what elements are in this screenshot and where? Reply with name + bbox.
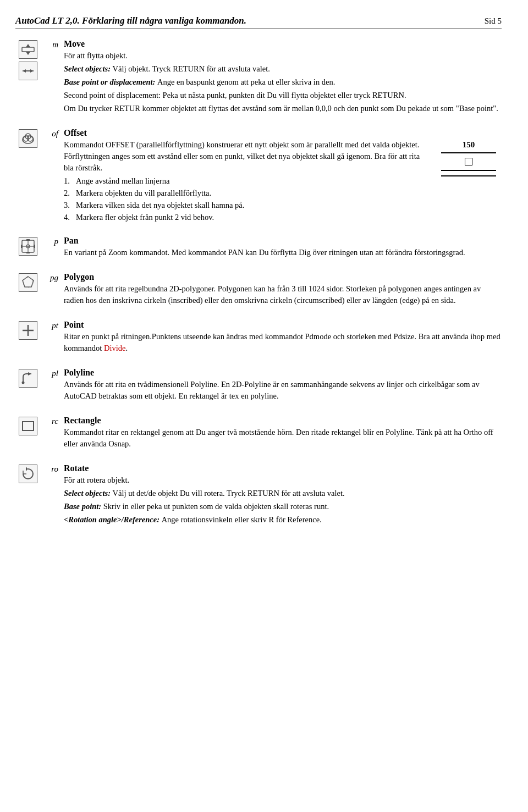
polygon-title: Polygon xyxy=(64,272,502,282)
offset-list-num-1: 1. xyxy=(64,175,74,187)
svg-marker-1 xyxy=(26,44,30,47)
move-p5: Om Du trycker RETUR kommer objektet att … xyxy=(64,103,502,114)
offset-content: Offset 150 Kommandot OFFSET (parallellfö… xyxy=(64,128,502,224)
rotate-p4: <Rotation angle>/Reference: Ange rotatio… xyxy=(64,514,502,526)
section-polygon: pg Polygon Används för att rita regelbun… xyxy=(15,272,502,308)
page-title-italic: AutoCad LT 2,0. Förklaring till några va… xyxy=(15,15,246,26)
polyline-icon-box xyxy=(15,369,41,389)
pan-body: En variant på Zoom kommandot. Med komman… xyxy=(64,247,502,258)
point-icon-box xyxy=(15,321,41,341)
rectangle-title: Rectangle xyxy=(64,416,502,426)
rotate-base-label: Base point: xyxy=(64,502,103,511)
rotate-body: För att rotera objekt. Select objects: V… xyxy=(64,474,502,526)
rotate-title: Rotate xyxy=(64,463,502,473)
offset-line3 xyxy=(441,175,496,176)
point-icon xyxy=(19,321,37,340)
rotate-p2: Select objects: Välj ut det/de objekt Du… xyxy=(64,488,502,499)
polyline-body: Används för att rita en tvådimensionell … xyxy=(64,379,502,402)
polyline-content: Polyline Används för att rita en tvådime… xyxy=(64,368,502,404)
offset-list-num-4: 4. xyxy=(64,212,74,223)
polygon-body: Används för att rita regelbundna 2D-poly… xyxy=(64,283,502,306)
offset-square xyxy=(465,158,472,165)
polyline-icon xyxy=(19,369,37,388)
svg-rect-16 xyxy=(21,245,23,248)
rotate-icon xyxy=(19,465,37,483)
section-rectangle: rc Rectangle Kommandot ritar en rektange… xyxy=(15,416,502,451)
svg-rect-14 xyxy=(26,239,30,241)
section-pan: p Pan En variant på Zoom kommandot. Med … xyxy=(15,236,502,260)
offset-list-num-2: 2. xyxy=(64,187,74,199)
rectangle-p1: Kommandot ritar en rektangel genom att D… xyxy=(64,427,502,450)
polygon-key: pg xyxy=(43,272,58,283)
page-title: AutoCad LT 2,0. Förklaring till några va… xyxy=(15,15,246,26)
rotate-content: Rotate För att rotera objekt. Select obj… xyxy=(64,463,502,527)
offset-icon xyxy=(19,129,37,148)
move-title: Move xyxy=(64,39,502,49)
page-header: AutoCad LT 2,0. Förklaring till några va… xyxy=(15,15,502,29)
section-polyline: pl Polyline Används för att rita en tvåd… xyxy=(15,368,502,404)
point-icon-svg xyxy=(20,323,36,338)
move-body: För att flytta objekt. Select objects: V… xyxy=(64,50,502,114)
offset-list-3: 3. Markera vilken sida det nya objektet … xyxy=(64,200,502,211)
rotate-p1: För att rotera objekt. xyxy=(64,474,502,486)
polyline-key: pl xyxy=(43,368,58,378)
pan-content: Pan En variant på Zoom kommandot. Med ko… xyxy=(64,236,502,260)
point-key: pt xyxy=(43,320,58,330)
section-rotate: ro Rotate För att rotera objekt. Select … xyxy=(15,463,502,527)
polygon-content: Polygon Används för att rita regelbundna… xyxy=(64,272,502,308)
offset-line1 xyxy=(441,152,496,153)
rectangle-icon xyxy=(19,417,37,435)
pan-icon xyxy=(19,237,37,256)
pan-icon-svg xyxy=(20,239,36,254)
move-icon-svg xyxy=(20,42,36,57)
point-title: Point xyxy=(64,320,502,330)
svg-marker-4 xyxy=(30,69,34,73)
offset-list-text-4: Markera fler objekt från punkt 2 vid beh… xyxy=(76,212,214,223)
svg-marker-5 xyxy=(23,69,26,73)
move-icon-top xyxy=(19,40,37,59)
rotate-angle-label: <Rotation angle>/Reference: xyxy=(64,515,162,524)
offset-diagram-num: 150 xyxy=(436,139,502,151)
polygon-icon xyxy=(19,273,37,292)
move-select-label: Select objects: xyxy=(64,64,113,73)
section-move: m Move För att flytta objekt. Select obj… xyxy=(15,39,502,116)
offset-list-text-3: Markera vilken sida det nya objektet ska… xyxy=(76,200,244,211)
offset-icon-box xyxy=(15,129,41,149)
pan-p1: En variant på Zoom kommandot. Med komman… xyxy=(64,247,502,258)
offset-list-text-1: Ange avstånd mellan linjerna xyxy=(76,175,169,187)
move-base-label: Base point or displacement: xyxy=(64,78,157,86)
divide-link[interactable]: Divide xyxy=(104,344,125,352)
offset-line2 xyxy=(441,170,496,171)
rectangle-body: Kommandot ritar en rektangel genom att D… xyxy=(64,427,502,450)
svg-marker-2 xyxy=(26,52,30,55)
page: AutoCad LT 2,0. Förklaring till några va… xyxy=(0,0,528,812)
polygon-p1: Används för att rita regelbundna 2D-poly… xyxy=(64,283,502,306)
page-number: Sid 5 xyxy=(485,16,502,26)
move-p4: Second point of displacement: Peka ut nä… xyxy=(64,90,502,101)
offset-diagram: 150 xyxy=(436,139,502,176)
rectangle-content: Rectangle Kommandot ritar en rektangel g… xyxy=(64,416,502,451)
svg-point-23 xyxy=(22,382,25,384)
polygon-icon-svg xyxy=(20,275,36,290)
svg-rect-15 xyxy=(26,252,30,253)
offset-list-4: 4. Markera fler objekt från punkt 2 vid … xyxy=(64,212,502,223)
point-content: Point Ritar en punkt på ritningen.Punkte… xyxy=(64,320,502,356)
move-p2: Select objects: Välj objekt. Tryck RETUR… xyxy=(64,63,502,75)
offset-title: Offset xyxy=(64,128,502,138)
rotate-key: ro xyxy=(43,463,58,474)
rectangle-icon-svg xyxy=(20,418,36,434)
offset-body: 150 Kommandot OFFSET (parallellförflyttn… xyxy=(64,139,502,223)
move-key: m xyxy=(43,39,58,49)
move-p3: Base point or displacement: Ange en basp… xyxy=(64,76,502,88)
offset-list-1: 1. Ange avstånd mellan linjerna xyxy=(64,175,427,187)
section-point: pt Point Ritar en punkt på ritningen.Pun… xyxy=(15,320,502,356)
pan-title: Pan xyxy=(64,236,502,246)
point-p1: Ritar en punkt på ritningen.Punktens uts… xyxy=(64,331,502,354)
offset-list-num-3: 3. xyxy=(64,200,74,211)
move-icon-box xyxy=(15,40,41,81)
polygon-icon-box xyxy=(15,273,41,293)
rectangle-key: rc xyxy=(43,416,58,426)
svg-marker-25 xyxy=(26,467,28,471)
rotate-p3: Base point: Skriv in eller peka ut punkt… xyxy=(64,501,502,512)
offset-key: of xyxy=(43,128,58,139)
